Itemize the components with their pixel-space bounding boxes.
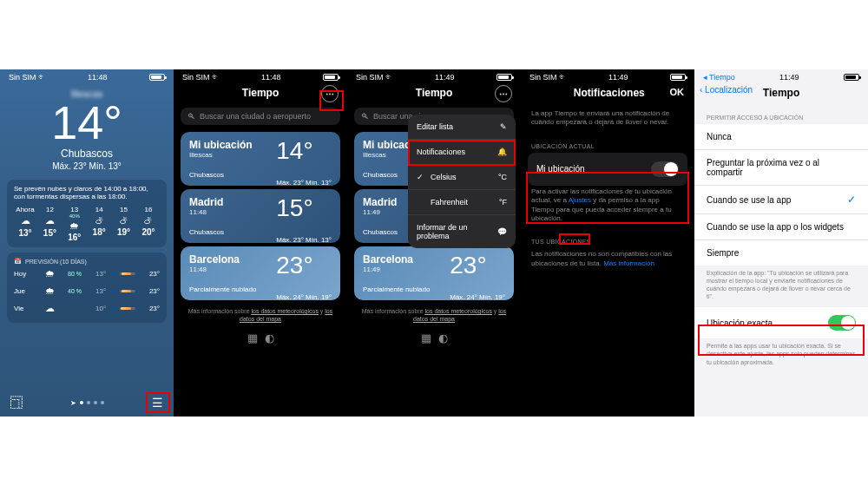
temp-minmax: Máx. 23° Mín. 13° — [0, 161, 174, 171]
day-row: Hoy🌧80 %13°23° — [14, 265, 160, 282]
link-settings[interactable]: Ajustes — [569, 196, 591, 204]
header-title: Tiempo ⋯ — [174, 83, 347, 106]
page-title: Tiempo — [763, 87, 799, 99]
hour-column: 14⛅︎18° — [88, 206, 110, 242]
screen-notifications: Sin SIM ᯤ11:49 Notificaciones OK La app … — [521, 69, 694, 417]
screen-cities-menu: Sin SIM ᯤ11:49 Tiempo⋯ 🔍︎Buscar una ci M… — [347, 69, 521, 417]
footer-link-meteo[interactable]: los datos meteorológicos — [251, 308, 318, 314]
locations-note: Las notificaciones no son compatibles co… — [521, 248, 694, 277]
menu-notifications[interactable]: Notificaciones🔔 — [408, 140, 516, 165]
hour-column: 12☁︎15° — [38, 206, 61, 242]
hour-column: 16⛅︎20° — [137, 206, 160, 242]
current-condition: Chubascos — [0, 148, 174, 160]
location-arrow-icon: ➤ — [70, 399, 76, 407]
pencil-icon: ✎ — [500, 122, 507, 131]
current-temperature: 14° — [0, 99, 174, 146]
check-icon: ✓ — [847, 194, 856, 206]
row-exact-location: Ubicación exacta — [694, 307, 868, 338]
link-more-info[interactable]: Más información — [603, 259, 654, 267]
check-icon: ✓ — [417, 173, 427, 181]
status-bar: Sin SIM ᯤ 11:48 — [0, 69, 174, 83]
page-title: Notificaciones — [549, 87, 670, 99]
city-card[interactable]: Mi ubicaciónIllescasChubascos14°Máx. 23°… — [181, 132, 340, 186]
ok-button[interactable]: OK — [670, 87, 685, 99]
darksky-icon: ◐ — [265, 331, 274, 344]
chat-icon: 💬 — [497, 227, 507, 236]
daily-card[interactable]: 📅PREVISIÓN (10 DÍAS) Hoy🌧80 %13°23°Jue🌧4… — [7, 253, 167, 323]
map-icon[interactable]: ⿹ — [10, 396, 23, 410]
status-carrier: Sin SIM — [9, 73, 36, 82]
list-icon[interactable]: ☰ — [152, 396, 163, 410]
hourly-card[interactable]: Se prevén nubes y claros de 14:00 a 18:0… — [7, 180, 167, 247]
context-menu: Editar lista✎ Notificaciones🔔 ✓Celsius°C… — [408, 115, 516, 248]
option-row[interactable]: Cuando se use la app o los widgets — [694, 214, 868, 240]
battery-icon — [149, 74, 165, 81]
hour-column: 15⛅︎19° — [113, 206, 135, 242]
menu-report-problem[interactable]: Informar de un problema💬 — [408, 215, 516, 248]
option-row[interactable]: Preguntar la próxima vez o al compartir — [694, 150, 868, 186]
bottom-tabbar: ⿹ ➤ ☰ — [0, 389, 174, 417]
more-button[interactable]: ⋯ — [321, 85, 339, 102]
forecast-header: PREVISIÓN (10 DÍAS) — [25, 259, 87, 265]
hour-column: Ahora☁︎13° — [14, 206, 36, 242]
app-explanation: Explicación de la app: "Tu ubicación se … — [694, 266, 868, 307]
search-icon: 🔍︎ — [361, 112, 369, 121]
section-allow-access: PERMITIR ACCESO A UBICACIÓN — [694, 106, 868, 124]
option-row[interactable]: Nunca — [694, 124, 868, 150]
toggle-exact-location[interactable] — [828, 315, 856, 331]
bell-icon: 🔔 — [497, 148, 507, 156]
hour-column: 1340%🌧16° — [63, 206, 86, 242]
row-my-location: Mi ubicación — [528, 153, 687, 186]
search-input[interactable]: 🔍︎Buscar una ciudad o aeropuerto — [181, 108, 340, 125]
screen-cities-list: Sin SIM ᯤ11:48 Tiempo ⋯ 🔍︎Buscar una ciu… — [174, 69, 347, 417]
section-your-locations: TUS UBICACIONES — [521, 232, 694, 248]
menu-edit-list[interactable]: Editar lista✎ — [408, 115, 516, 140]
calendar-icon: 📅 — [14, 258, 22, 265]
city-card[interactable]: Madrid11:48Chubascos15°Máx. 23° Mín. 13° — [181, 189, 340, 243]
section-current-location: UBICACIÓN ACTUAL — [521, 136, 694, 153]
exact-location-note: Permite a las apps usar tu ubicación exa… — [694, 338, 868, 372]
city-card[interactable]: Barcelona11:48Parcialmente nublado23°Máx… — [181, 246, 340, 300]
status-time: 11:48 — [88, 73, 108, 82]
menu-celsius[interactable]: ✓Celsius°C — [408, 165, 516, 190]
option-row[interactable]: Cuando se use la app✓ — [694, 186, 868, 214]
location-name: Illescas — [0, 89, 174, 99]
forecast-summary: Se prevén nubes y claros de 14:00 a 18:0… — [14, 185, 160, 200]
more-button[interactable]: ⋯ — [495, 85, 512, 102]
breadcrumb-icon: ◂ — [703, 73, 707, 82]
menu-fahrenheit[interactable]: Fahrenheit°F — [408, 190, 516, 215]
screen-weather-main: Sin SIM ᯤ 11:48 Illescas 14° Chubascos M… — [0, 69, 174, 417]
settings-hint: Para activar las notificaciones de tu ub… — [521, 186, 694, 233]
footer-text: Más información sobre los datos meteorol… — [174, 304, 347, 326]
toggle-my-location[interactable] — [651, 161, 679, 177]
back-button[interactable]: ‹ Localización — [700, 85, 753, 95]
option-row[interactable]: Siempre — [694, 240, 868, 266]
notif-description: La app Tiempo te enviará una notificació… — [521, 108, 694, 136]
search-icon: 🔍︎ — [187, 112, 195, 121]
screen-location-settings: ◂Tiempo11:49 ‹ Localización Tiempo PERMI… — [694, 69, 868, 417]
city-card[interactable]: Barcelona11:49Parcialmente nublado23°Máx… — [354, 246, 514, 300]
day-row: Vie☁︎10°23° — [14, 299, 160, 318]
twc-icon: ▦ — [247, 331, 258, 344]
day-row: Jue🌧40 %13°23° — [14, 282, 160, 299]
